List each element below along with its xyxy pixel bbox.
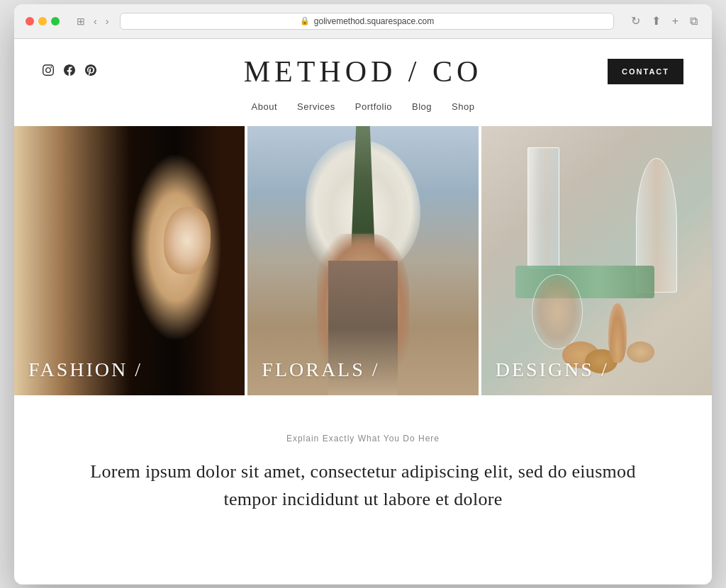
url-text: golivemethod.squarespace.com: [314, 16, 434, 26]
tabs-button[interactable]: ⧉: [687, 13, 700, 29]
pinterest-icon[interactable]: [85, 64, 96, 79]
nav-services[interactable]: Services: [297, 101, 335, 112]
website-content: METHOD / CO CONTACT About Services Portf…: [14, 39, 712, 584]
facebook-svg: [64, 64, 75, 76]
social-icons: [43, 64, 96, 79]
maximize-button[interactable]: [51, 17, 60, 26]
new-tab-button[interactable]: +: [669, 13, 681, 29]
gallery-item-florals[interactable]: FLORALS /: [247, 126, 478, 395]
description-body: Lorem ipsum dolor sit amet, consectetur …: [85, 458, 641, 513]
browser-window: ⊞ ‹ › 🔒 golivemethod.squarespace.com ↻ ⬆…: [14, 4, 712, 584]
site-title: METHOD / CO: [244, 55, 483, 89]
nav-blog[interactable]: Blog: [412, 101, 432, 112]
contact-button[interactable]: CONTACT: [608, 59, 683, 84]
fashion-label: FASHION /: [28, 358, 143, 381]
traffic-lights: [26, 17, 60, 26]
gallery-item-designs[interactable]: DESIGNS /: [481, 126, 712, 395]
nav-portfolio[interactable]: Portfolio: [355, 101, 392, 112]
gallery-item-fashion[interactable]: FASHION /: [14, 126, 245, 395]
designs-label: DESIGNS /: [496, 358, 609, 381]
share-button[interactable]: ⬆: [649, 13, 664, 29]
site-title-wrapper: METHOD / CO: [244, 55, 483, 89]
instagram-svg: [43, 64, 54, 76]
forward-button[interactable]: ›: [103, 14, 112, 28]
lock-icon: 🔒: [300, 16, 310, 26]
nav-shop[interactable]: Shop: [452, 101, 474, 112]
gallery-section: FASHION / FLORALS /: [14, 126, 712, 395]
nav-about[interactable]: About: [252, 101, 277, 112]
description-subtitle: Explain Exactly What You Do Here: [85, 434, 641, 443]
close-button[interactable]: [26, 17, 34, 26]
description-section: Explain Exactly What You Do Here Lorem i…: [14, 398, 712, 534]
address-bar[interactable]: 🔒 golivemethod.squarespace.com: [120, 13, 613, 30]
back-button[interactable]: ‹: [91, 14, 100, 28]
site-nav: About Services Portfolio Blog Shop: [14, 96, 712, 123]
browser-actions: ↻ ⬆ + ⧉: [628, 13, 700, 29]
florals-label: FLORALS /: [262, 358, 379, 381]
browser-controls: ⊞ ‹ ›: [74, 14, 111, 28]
facebook-icon[interactable]: [64, 64, 75, 79]
pinterest-svg: [85, 64, 96, 76]
browser-chrome: ⊞ ‹ › 🔒 golivemethod.squarespace.com ↻ ⬆…: [14, 4, 712, 39]
site-header: METHOD / CO CONTACT: [14, 39, 712, 96]
instagram-icon[interactable]: [43, 64, 54, 79]
minimize-button[interactable]: [38, 17, 47, 26]
window-icon[interactable]: ⊞: [74, 14, 88, 28]
reload-button[interactable]: ↻: [628, 13, 643, 29]
